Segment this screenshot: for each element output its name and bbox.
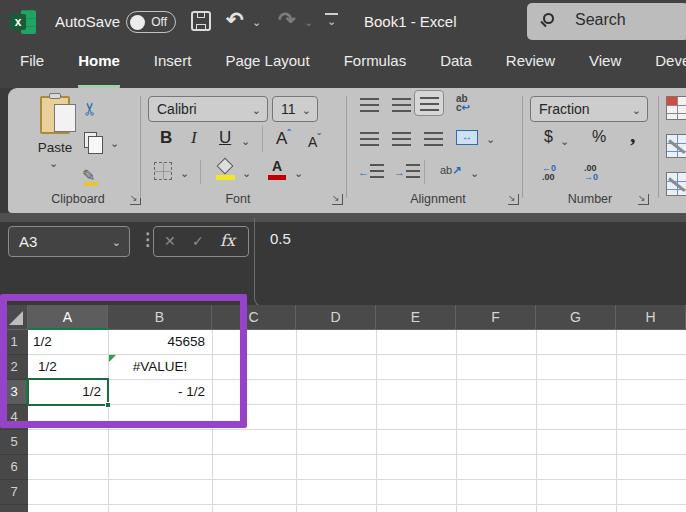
alignment-dialog-launcher-icon[interactable]: ↘ [508, 194, 519, 205]
percent-format-button[interactable]: % [592, 128, 606, 146]
cell-a2[interactable]: 1/2 [28, 355, 107, 379]
undo-dropdown-chevron-icon[interactable]: ⌄ [252, 17, 261, 28]
underline-dropdown-chevron-icon[interactable]: ⌄ [241, 136, 250, 147]
center-icon[interactable] [392, 132, 411, 146]
fill-handle[interactable] [105, 402, 111, 408]
row-header-6[interactable]: 6 [0, 455, 28, 480]
conditional-formatting-icon[interactable] [666, 96, 686, 120]
cell-a1[interactable]: 1/2 [28, 330, 107, 354]
tab-review[interactable]: Review [506, 52, 555, 88]
row-header-1[interactable]: 1 [0, 330, 28, 355]
number-format-value: Fraction [539, 101, 590, 117]
cell-b1[interactable]: 45658 [109, 330, 211, 354]
align-left-icon[interactable] [360, 132, 379, 146]
font-color-icon[interactable]: A [268, 160, 286, 180]
fill-color-icon[interactable] [216, 160, 236, 180]
font-size-select[interactable]: 11 ⌄ [272, 96, 318, 122]
save-icon[interactable] [191, 11, 211, 31]
cell-b3[interactable]: - 1/2 [109, 380, 211, 404]
tab-formulas[interactable]: Formulas [344, 52, 407, 88]
paste-label[interactable]: Paste [32, 140, 78, 155]
decrease-decimal-icon[interactable]: .00→0 [584, 164, 598, 182]
bold-button[interactable]: B [160, 128, 172, 148]
underline-button[interactable]: U [219, 128, 231, 148]
wrap-text-icon[interactable]: ab c↩ [456, 94, 470, 112]
format-painter-icon[interactable]: ✎ [82, 166, 95, 185]
paste-button[interactable] [40, 96, 70, 134]
autosave-toggle[interactable]: Off [126, 11, 176, 33]
error-indicator-triangle-icon [109, 355, 116, 362]
tab-developer[interactable]: Developer [655, 52, 686, 88]
font-color-chevron-icon[interactable]: ⌄ [294, 168, 303, 179]
cancel-icon[interactable]: ✕ [164, 233, 176, 249]
fill-color-chevron-icon[interactable]: ⌄ [242, 168, 251, 179]
column-header-g[interactable]: G [536, 305, 616, 330]
row-header-3[interactable]: 3 [0, 380, 28, 405]
column-header-h[interactable]: H [616, 305, 686, 330]
tab-view[interactable]: View [589, 52, 621, 88]
increase-font-size-button[interactable]: Aˆ [276, 128, 291, 149]
font-dialog-launcher-icon[interactable]: ↘ [332, 194, 343, 205]
cell-b2[interactable]: #VALUE! [109, 355, 211, 379]
chevron-down-icon: ⌄ [252, 104, 261, 117]
italic-button[interactable]: I [191, 128, 197, 148]
font-group-label: Font [158, 192, 318, 206]
column-header-f[interactable]: F [456, 305, 536, 330]
paste-dropdown-chevron-icon[interactable]: ⌄ [49, 158, 58, 169]
ribbon: Paste ⌄ ✂ ⌄ ✎ Clipboard ↘ Calibri ⌄ 11 ⌄… [8, 88, 686, 213]
merge-chevron-icon[interactable]: ⌄ [486, 134, 495, 145]
select-all-button[interactable] [0, 305, 28, 330]
tab-file[interactable]: File [20, 52, 44, 88]
borders-icon[interactable] [154, 162, 172, 180]
align-right-icon[interactable] [424, 132, 443, 146]
tab-page-layout[interactable]: Page Layout [225, 52, 309, 88]
copy-icon[interactable] [84, 132, 97, 148]
row-header-5[interactable]: 5 [0, 430, 28, 455]
top-align-icon[interactable] [360, 98, 379, 112]
number-format-select[interactable]: Fraction ⌄ [530, 96, 648, 122]
row-header-8[interactable]: 8 [0, 505, 28, 512]
copy-dropdown-chevron-icon[interactable]: ⌄ [110, 138, 119, 149]
row-header-7[interactable]: 7 [0, 480, 28, 505]
number-dialog-launcher-icon[interactable]: ↘ [638, 194, 649, 205]
column-header-e[interactable]: E [376, 305, 456, 330]
merge-and-center-icon[interactable]: ↔ [456, 130, 478, 145]
redo-dropdown-chevron-icon: ⌄ [304, 17, 313, 28]
search-input[interactable]: Search [527, 3, 686, 40]
row-header-4[interactable]: 4 [0, 405, 28, 430]
insert-function-icon[interactable]: fx [220, 231, 235, 250]
format-as-table-icon[interactable] [666, 134, 686, 158]
bottom-align-button-selected[interactable] [414, 90, 444, 116]
column-header-d[interactable]: D [296, 305, 376, 330]
cut-icon[interactable]: ✂ [79, 101, 101, 116]
column-header-a[interactable]: A [28, 305, 108, 330]
currency-format-button[interactable]: $ [544, 128, 553, 146]
increase-decimal-icon[interactable]: ←0.00 [542, 164, 556, 182]
cell-styles-icon[interactable] [666, 172, 686, 196]
spreadsheet-grid[interactable]: 1/2 45658 1/2 #VALUE! 1/2 - 1/2 [28, 330, 686, 512]
increase-indent-icon[interactable]: → [394, 166, 405, 178]
decrease-font-size-button[interactable]: Aˇ [308, 132, 321, 150]
orientation-chevron-icon[interactable]: ⌄ [470, 168, 479, 179]
middle-align-icon[interactable] [392, 98, 411, 112]
font-name-select[interactable]: Calibri ⌄ [148, 96, 268, 122]
undo-icon[interactable]: ↶ [226, 8, 244, 32]
formula-input[interactable] [254, 218, 686, 307]
tab-insert[interactable]: Insert [154, 52, 192, 88]
tab-home[interactable]: Home [78, 52, 120, 88]
column-header-c[interactable]: C [212, 305, 296, 330]
comma-format-button[interactable]: , [630, 122, 636, 148]
enter-icon[interactable]: ✓ [192, 233, 204, 249]
tab-data[interactable]: Data [440, 52, 472, 88]
orientation-icon[interactable]: ab↗ [440, 164, 461, 177]
name-box-chevron-icon: ⌄ [112, 236, 121, 249]
currency-chevron-icon[interactable]: ⌄ [560, 136, 569, 147]
borders-dropdown-chevron-icon[interactable]: ⌄ [180, 168, 189, 179]
customize-quick-access-toolbar-icon[interactable]: ⌄ [325, 13, 338, 27]
column-header-b[interactable]: B [108, 305, 212, 330]
decrease-indent-icon[interactable]: ← [358, 166, 369, 178]
excel-logo-icon[interactable]: x [10, 9, 36, 35]
number-group-label: Number [536, 192, 644, 206]
name-box[interactable]: A3 ⌄ [8, 226, 130, 257]
row-header-2[interactable]: 2 [0, 355, 28, 380]
